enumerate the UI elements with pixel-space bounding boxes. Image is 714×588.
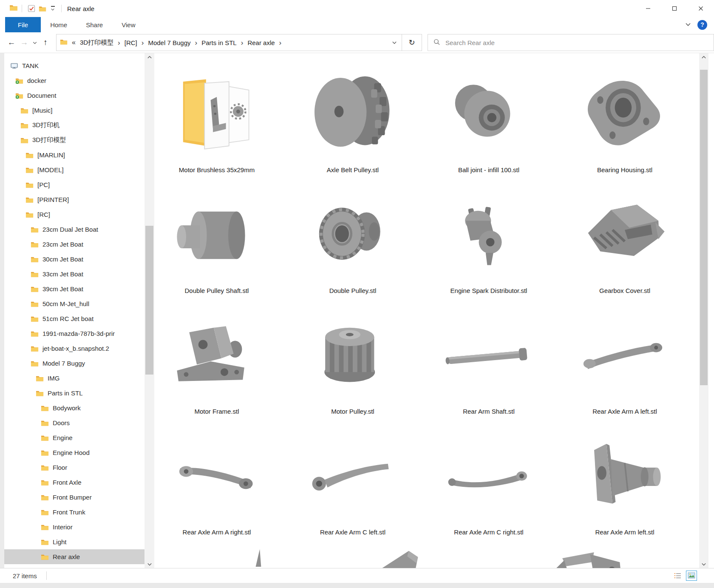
content-scroll-thumb[interactable] bbox=[700, 70, 708, 385]
sidebar-item-33cm-jet-boat[interactable]: 33cm Jet Boat bbox=[4, 267, 144, 281]
content-scrollbar[interactable] bbox=[699, 53, 708, 568]
sidebar-item-rear-axle[interactable]: Rear axle bbox=[4, 549, 144, 564]
search-input[interactable] bbox=[445, 39, 714, 47]
sidebar-item-label: Engine bbox=[53, 434, 73, 441]
folder-preview-thumbnail bbox=[171, 64, 263, 160]
sidebar-item-bodywork[interactable]: Bodywork bbox=[4, 401, 144, 415]
breadcrumb-parts-in-stl[interactable]: Parts in STL bbox=[200, 39, 238, 46]
file-motor-brushless-35x29mm[interactable]: Motor Brushless 35x29mm bbox=[149, 64, 285, 185]
sidebar-item-docker[interactable]: docker bbox=[4, 73, 144, 88]
file-name-label: Motor Frame.stl bbox=[194, 408, 239, 415]
breadcrumb-separator-icon[interactable]: › bbox=[238, 39, 246, 46]
file-rear-arm-shaft-stl[interactable]: Rear Arm Shaft.stl bbox=[421, 306, 557, 426]
folder-icon bbox=[41, 524, 49, 531]
sidebar-item-3d打印模型[interactable]: 3D打印模型 bbox=[4, 133, 144, 148]
sidebar-item-interior[interactable]: Interior bbox=[4, 520, 144, 534]
file-ball-joint-infill-100-stl[interactable]: Ball joint - infill 100.stl bbox=[421, 64, 557, 185]
folder-icon bbox=[41, 554, 49, 560]
back-button[interactable]: ← bbox=[5, 36, 18, 49]
sidebar-item-parts-in-stl[interactable]: Parts in STL bbox=[4, 386, 144, 401]
folder-icon bbox=[26, 182, 34, 188]
breadcrumb-model-7-buggy[interactable]: Model 7 Buggy bbox=[146, 39, 192, 46]
breadcrumb-rc[interactable]: [RC] bbox=[123, 39, 139, 46]
up-button[interactable]: ↑ bbox=[39, 36, 52, 49]
sidebar-item-label: jet-boat-x_b.snapshot.2 bbox=[42, 345, 109, 352]
file-double-pulley-shaft-stl[interactable]: Double Pulley Shaft.stl bbox=[149, 185, 285, 306]
content-scroll-up-icon[interactable] bbox=[699, 53, 708, 62]
sidebar-item-rc[interactable]: [RC] bbox=[4, 207, 144, 222]
help-button[interactable]: ? bbox=[697, 20, 707, 30]
tab-share[interactable]: Share bbox=[76, 17, 112, 32]
breadcrumb-3d打印模型[interactable]: 3D打印模型 bbox=[78, 39, 115, 47]
file-rear-axle-arm-c-left-stl[interactable]: Rear Axle Arm C left.stl bbox=[285, 426, 421, 547]
sidebar-item-model-7-buggy[interactable]: Model 7 Buggy bbox=[4, 356, 144, 371]
sidebar-item-3d打印机[interactable]: 3D打印机 bbox=[4, 118, 144, 133]
breadcrumb-separator-icon[interactable]: › bbox=[277, 39, 284, 46]
sidebar-item-floor[interactable]: Floor bbox=[4, 460, 144, 475]
sidebar-item-doors[interactable]: Doors bbox=[4, 415, 144, 430]
minimize-button[interactable] bbox=[635, 0, 661, 17]
sidebar-item-pc[interactable]: [PC] bbox=[4, 177, 144, 192]
sidebar-item-tank[interactable]: TANK bbox=[4, 58, 144, 73]
file-motor-pulley-stl[interactable]: Motor Pulley.stl bbox=[285, 306, 421, 426]
maximize-button[interactable] bbox=[661, 0, 688, 17]
file-double-pulley-stl[interactable]: Double Pulley.stl bbox=[285, 185, 421, 306]
file-axle-belt-pulley-stl[interactable]: Axle Belt Pulley.stl bbox=[285, 64, 421, 185]
file-gearbox-cover-stl[interactable]: Gearbox Cover.stl bbox=[557, 185, 693, 306]
sidebar-item-front-trunk[interactable]: Front Trunk bbox=[4, 505, 144, 520]
breadcrumb-separator-icon[interactable]: › bbox=[193, 39, 200, 46]
details-view-button[interactable] bbox=[672, 571, 683, 581]
content-scroll-down-icon[interactable] bbox=[699, 560, 708, 568]
sidebar-item-30cm-jet-boat[interactable]: 30cm Jet Boat bbox=[4, 252, 144, 267]
sidebar-item-img[interactable]: IMG bbox=[4, 371, 144, 386]
sidebar-item-document[interactable]: Document bbox=[4, 88, 144, 103]
sidebar-item-engine[interactable]: Engine bbox=[4, 430, 144, 445]
breadcrumb-overflow[interactable]: « bbox=[72, 39, 76, 46]
sidebar-item-light[interactable]: Light bbox=[4, 534, 144, 549]
file-rear-axle-arm-a-right-stl[interactable]: Rear Axle Arm A right.stl bbox=[149, 426, 285, 547]
tab-home[interactable]: Home bbox=[41, 17, 76, 32]
tab-view[interactable]: View bbox=[112, 17, 144, 32]
sidebar-item-jet-boat-x-b-snapshot-2[interactable]: jet-boat-x_b.snapshot.2 bbox=[4, 341, 144, 356]
sidebar-item-23cm-jet-boat[interactable]: 23cm Jet Boat bbox=[4, 237, 144, 252]
sidebar-item-marlin[interactable]: [MARLIN] bbox=[4, 148, 144, 162]
file-motor-frame-stl[interactable]: Motor Frame.stl bbox=[149, 306, 285, 426]
close-button[interactable] bbox=[688, 0, 714, 17]
refresh-button[interactable]: ↻ bbox=[402, 34, 422, 51]
sidebar-item-1991-mazda-787b-3d-prir[interactable]: 1991-mazda-787b-3d-prir bbox=[4, 326, 144, 341]
file-bearing-housing-stl[interactable]: Bearing Housing.stl bbox=[557, 64, 693, 185]
partial-plate-thumbnail[interactable] bbox=[358, 546, 450, 568]
file-explorer-window: Rear axle FileHomeShareView ? ← → ↑ « 3D… bbox=[0, 0, 714, 588]
sidebar-item-engine-hood[interactable]: Engine Hood bbox=[4, 445, 144, 460]
file-rear-axle-arm-left-stl[interactable]: Rear Axle Arm left.stl bbox=[557, 426, 693, 547]
large-icons-view-button[interactable] bbox=[686, 571, 697, 581]
sidebar-item-label: [MARLIN] bbox=[37, 151, 65, 159]
partial-bracket-thumbnail[interactable] bbox=[533, 546, 652, 568]
address-bar[interactable]: « 3D打印模型›[RC]›Model 7 Buggy›Parts in STL… bbox=[56, 34, 402, 51]
sidebar-item-printer[interactable]: [PRINTER] bbox=[4, 192, 144, 207]
breadcrumb-separator-icon[interactable]: › bbox=[139, 39, 147, 46]
qat-customize-caret[interactable] bbox=[48, 3, 57, 14]
sidebar-item-39cm-jet-boat[interactable]: 39cm Jet Boat bbox=[4, 281, 144, 296]
partial-sliver-thumbnail[interactable] bbox=[255, 546, 262, 567]
sidebar-item-model[interactable]: [MODEL] bbox=[4, 162, 144, 177]
recent-locations-chevron[interactable] bbox=[31, 36, 39, 49]
forward-button[interactable]: → bbox=[18, 36, 31, 49]
sidebar-item-front-axle[interactable]: Front Axle bbox=[4, 475, 144, 490]
breadcrumb-rear-axle[interactable]: Rear axle bbox=[246, 39, 276, 46]
breadcrumb-separator-icon[interactable]: › bbox=[115, 39, 123, 46]
file-rear-axle-arm-c-right-stl[interactable]: Rear Axle Arm C right.stl bbox=[421, 426, 557, 547]
file-rear-axle-arm-a-left-stl[interactable]: Rear Axle Arm A left.stl bbox=[557, 306, 693, 426]
collapse-ribbon-chevron-icon[interactable] bbox=[685, 21, 691, 28]
sidebar-item-label: 51cm RC Jet boat bbox=[42, 315, 94, 322]
sidebar-item-front-bumper[interactable]: Front Bumper bbox=[4, 490, 144, 505]
qat-checkmark-button[interactable] bbox=[26, 3, 37, 14]
sidebar-item-music[interactable]: [Music] bbox=[4, 103, 144, 118]
qat-folder-button[interactable] bbox=[37, 3, 48, 14]
sidebar-item-50cm-m-jet-hull[interactable]: 50cm M-Jet_hull bbox=[4, 296, 144, 311]
sidebar-item-51cm-rc-jet-boat[interactable]: 51cm RC Jet boat bbox=[4, 311, 144, 326]
address-dropdown-chevron[interactable] bbox=[387, 39, 402, 46]
tab-file[interactable]: File bbox=[5, 17, 41, 32]
sidebar-item-23cm-dual-jet-boat[interactable]: 23cm Dual Jet Boat bbox=[4, 222, 144, 237]
file-engine-spark-distributor-stl[interactable]: Engine Spark Distributor.stl bbox=[421, 185, 557, 306]
